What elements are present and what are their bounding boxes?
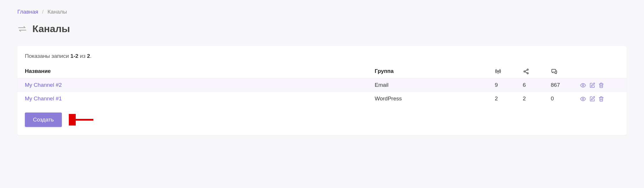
col-header-name[interactable]: Название [17, 64, 369, 78]
svg-point-7 [582, 84, 584, 86]
edit-icon[interactable] [589, 82, 595, 89]
comments-icon [551, 68, 557, 74]
channel-group-cell: WordPress [369, 92, 489, 106]
annotation-arrow-icon [69, 114, 95, 126]
table-row: My Channel #1 WordPress 2 2 0 [17, 92, 627, 106]
col-header-broadcast[interactable] [490, 64, 518, 78]
row-actions [573, 78, 627, 92]
channel-name-link[interactable]: My Channel #1 [25, 95, 62, 102]
view-icon[interactable] [580, 96, 586, 102]
broadcast-icon [495, 68, 501, 74]
breadcrumb-current: Каналы [47, 9, 67, 15]
delete-icon[interactable] [598, 96, 604, 102]
channel-comments-count: 867 [546, 78, 574, 92]
channel-comments-count: 0 [546, 92, 574, 106]
channel-share-count: 2 [518, 92, 546, 106]
create-button[interactable]: Создать [25, 113, 62, 127]
records-summary: Показаны записи 1-2 из 2. [17, 53, 627, 64]
breadcrumb-home-link[interactable]: Главная [17, 9, 38, 15]
breadcrumb-separator: / [42, 9, 44, 15]
channels-table: Название Группа [17, 64, 627, 106]
table-row: My Channel #2 Email 9 6 867 [17, 78, 627, 92]
table-header-row: Название Группа [17, 64, 627, 78]
channel-broadcast-count: 9 [490, 78, 518, 92]
delete-icon[interactable] [598, 82, 604, 89]
svg-line-6 [525, 72, 527, 73]
svg-line-5 [525, 70, 527, 71]
content-card: Показаны записи 1-2 из 2. Название Групп… [17, 46, 627, 135]
col-header-actions [573, 64, 627, 78]
breadcrumb: Главная / Каналы [17, 9, 627, 15]
col-header-comments[interactable] [546, 64, 574, 78]
channel-broadcast-count: 2 [490, 92, 518, 106]
col-header-share[interactable] [518, 64, 546, 78]
channel-group-cell: Email [369, 78, 489, 92]
page-title: Каналы [32, 23, 70, 34]
row-actions [573, 92, 627, 106]
edit-icon[interactable] [589, 96, 595, 102]
svg-point-8 [582, 98, 584, 100]
channel-share-count: 6 [518, 78, 546, 92]
page-title-row: Каналы [17, 23, 627, 34]
swap-arrows-icon [17, 24, 27, 34]
col-header-group[interactable]: Группа [369, 64, 489, 78]
share-icon [523, 68, 529, 74]
channel-name-link[interactable]: My Channel #2 [25, 82, 62, 88]
view-icon[interactable] [580, 82, 586, 89]
